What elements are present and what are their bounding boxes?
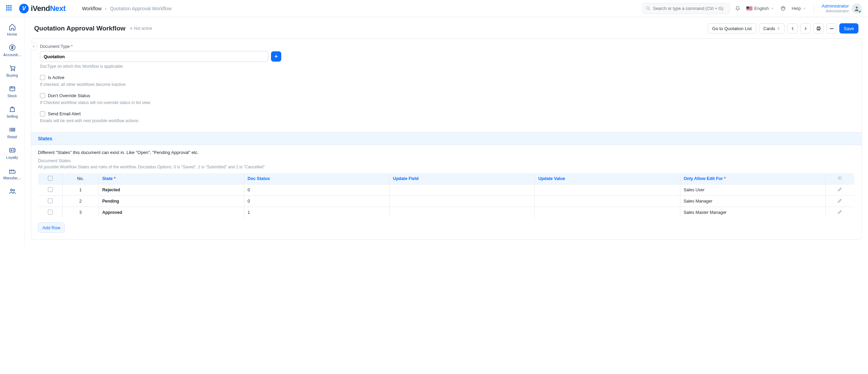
row-update-value[interactable] [535, 207, 680, 218]
row-only-allow[interactable]: Sales User [680, 184, 825, 196]
table-row[interactable]: 1Rejected0Sales User [38, 184, 855, 196]
add-doc-type-button[interactable]: + [271, 51, 281, 62]
svg-point-13 [10, 189, 12, 191]
main-content: Quotation Approval Workflow Not active G… [25, 17, 868, 246]
home-icon [9, 23, 16, 31]
theme-button[interactable] [781, 6, 786, 11]
row-doc-status[interactable]: 0 [244, 196, 389, 207]
row-state[interactable]: Pending [99, 196, 244, 207]
apps-grid-icon[interactable] [6, 5, 13, 12]
goto-quotation-list-button[interactable]: Go to Quotation List [708, 23, 756, 34]
sidebar-item-accounting[interactable]: Accounti... [0, 44, 24, 57]
row-edit-button[interactable] [825, 207, 854, 218]
user-name: Administrator [822, 3, 849, 9]
row-update-field[interactable] [389, 196, 534, 207]
is-active-checkbox[interactable] [40, 75, 45, 80]
dont-override-checkbox[interactable] [40, 93, 45, 98]
breadcrumb: Workflow › Quotation Approval Workflow [82, 6, 172, 11]
sidebar-item-retail[interactable]: Retail [0, 126, 24, 139]
dont-override-help: If Checked workflow status will not over… [40, 100, 855, 105]
row-state[interactable]: Rejected [99, 184, 244, 196]
svg-rect-11 [9, 149, 15, 152]
print-button[interactable] [813, 23, 824, 34]
col-update-field: Update Field [389, 173, 534, 184]
sidebar-item-stock[interactable]: Stock [0, 85, 24, 98]
row-state[interactable]: Approved [99, 207, 244, 218]
chevron-right-icon [32, 44, 36, 48]
pencil-icon [837, 187, 842, 192]
is-active-row: Is Active [40, 75, 855, 80]
save-button[interactable]: Save [839, 23, 858, 34]
breadcrumb-root[interactable]: Workflow [82, 6, 101, 11]
row-checkbox[interactable] [48, 198, 53, 203]
col-settings[interactable] [825, 173, 854, 184]
sidebar-item-buying[interactable]: Buying [0, 64, 24, 77]
send-email-checkbox[interactable] [40, 111, 45, 116]
notifications-button[interactable] [735, 6, 740, 11]
us-flag-icon [746, 7, 752, 11]
svg-rect-17 [817, 29, 819, 30]
form-card: Document Type * + DocType on which this … [31, 38, 862, 240]
sidebar-item-users[interactable] [0, 188, 24, 196]
svg-point-0 [647, 7, 649, 9]
printer-icon [816, 26, 821, 31]
search-input[interactable] [642, 3, 730, 14]
col-update-value: Update Value [535, 173, 680, 184]
row-doc-status[interactable]: 1 [244, 207, 389, 218]
chevron-down-icon [802, 7, 806, 10]
states-section-header[interactable]: States [31, 132, 862, 145]
page-title: Quotation Approval Workflow [34, 25, 125, 32]
sidebar-item-selling[interactable]: Selling [0, 105, 24, 118]
col-state: State * [99, 173, 244, 184]
row-update-value[interactable] [535, 196, 680, 207]
select-all-checkbox[interactable] [48, 176, 53, 181]
gear-icon [837, 176, 842, 181]
sidebar-toggle[interactable] [31, 42, 37, 50]
cards-dropdown-button[interactable]: Cards [759, 23, 785, 34]
chevron-down-icon [771, 7, 774, 10]
col-only-allow: Only Allow Edit For * [680, 173, 825, 184]
more-button[interactable] [826, 23, 837, 34]
sidebar-item-loyalty[interactable]: Loyalty [0, 146, 24, 159]
row-checkbox[interactable] [48, 187, 53, 192]
sidebar-item-manufacturing[interactable]: Manufac... [0, 167, 24, 180]
row-only-allow[interactable]: Sales Manager [680, 196, 825, 207]
brand-logo[interactable]: V iVendNext [19, 4, 66, 13]
document-states-help: All possible Workflow States and roles o… [38, 165, 855, 169]
col-no: No. [62, 173, 98, 184]
dollar-circle-icon [9, 44, 16, 51]
is-active-help: If checked, all other workflows become i… [40, 82, 855, 87]
document-states-label: Document States [38, 158, 855, 163]
row-only-allow[interactable]: Sales Master Manager [680, 207, 825, 218]
svg-point-18 [830, 28, 831, 29]
row-doc-status[interactable]: 0 [244, 184, 389, 196]
avatar [852, 3, 862, 14]
col-check [38, 173, 63, 184]
help-button[interactable]: Help [792, 6, 806, 11]
send-email-label: Send Email Alert [48, 111, 81, 116]
next-button[interactable] [800, 23, 811, 34]
table-row[interactable]: 2Pending0Sales Manager [38, 196, 855, 207]
row-no: 2 [62, 196, 98, 207]
logo-badge-icon: V [19, 4, 29, 13]
status-badge: Not active [130, 26, 152, 31]
is-active-label: Is Active [48, 75, 64, 80]
row-update-field[interactable] [389, 207, 534, 218]
sidebar: Home Accounti... Buying Stock Selling Re… [0, 17, 25, 246]
table-row[interactable]: 3Approved1Sales Master Manager [38, 207, 855, 218]
row-no: 3 [62, 207, 98, 218]
search-icon [646, 6, 651, 12]
doc-type-input[interactable] [40, 51, 268, 62]
row-edit-button[interactable] [825, 196, 854, 207]
sidebar-item-home[interactable]: Home [0, 23, 24, 36]
svg-point-5 [784, 8, 784, 8]
row-update-field[interactable] [389, 184, 534, 196]
language-switcher[interactable]: English [746, 6, 774, 11]
add-row-button[interactable]: Add Row [38, 222, 65, 233]
user-menu[interactable]: Administrator Administrator [822, 3, 862, 14]
row-edit-button[interactable] [825, 184, 854, 196]
row-update-value[interactable] [535, 184, 680, 196]
row-checkbox[interactable] [48, 210, 53, 215]
send-email-row: Send Email Alert [40, 111, 855, 116]
prev-button[interactable] [787, 23, 798, 34]
